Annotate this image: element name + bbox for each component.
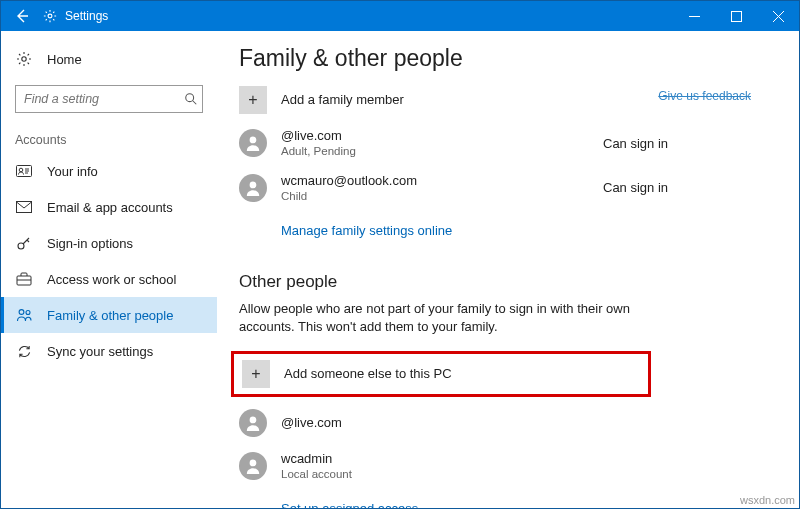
svg-point-0 [48,14,52,18]
other-sub: Local account [281,467,763,481]
feedback-link[interactable]: Give us feedback [658,89,751,103]
other-user[interactable]: @live.com [239,409,763,437]
svg-point-2 [22,57,26,61]
search-field[interactable] [22,91,184,107]
avatar-icon [239,452,267,480]
avatar-icon [239,174,267,202]
other-people-desc: Allow people who are not part of your fa… [239,300,669,336]
svg-rect-6 [17,202,32,213]
other-user[interactable]: wcadmin Local account [239,451,763,482]
svg-point-11 [250,137,257,144]
page-title: Family & other people [239,45,763,72]
id-card-icon [15,165,33,177]
body: Home Accounts Your info [1,31,799,508]
assigned-access-link[interactable]: Set up assigned access [281,501,418,508]
family-member[interactable]: @live.com Adult, Pending Can sign in [239,128,763,159]
gear-icon [15,51,33,67]
member-name: @live.com [281,128,603,144]
member-sub: Child [281,189,603,203]
manage-family-link[interactable]: Manage family settings online [281,223,452,238]
nav-label: Sign-in options [47,236,133,251]
svg-point-12 [250,182,257,189]
plus-icon: + [239,86,267,114]
other-name: wcadmin [281,451,763,467]
member-status: Can sign in [603,180,763,195]
left-nav: Home Accounts Your info [1,31,217,508]
other-people-heading: Other people [239,272,763,292]
svg-point-5 [19,168,23,172]
nav-family[interactable]: Family & other people [1,297,217,333]
svg-point-9 [19,310,24,315]
avatar-icon [239,129,267,157]
add-other-button[interactable]: + Add someone else to this PC [242,360,640,388]
svg-rect-1 [731,11,741,21]
svg-point-3 [186,94,194,102]
nav-email[interactable]: Email & app accounts [1,189,217,225]
other-name: @live.com [281,415,763,431]
people-icon [15,308,33,322]
add-other-label: Add someone else to this PC [284,366,640,382]
settings-window: Settings Home Accounts [0,0,800,509]
maximize-button[interactable] [715,1,757,31]
nav-your-info[interactable]: Your info [1,153,217,189]
settings-icon [43,9,57,23]
key-icon [15,235,33,251]
search-input[interactable] [15,85,203,113]
content: Give us feedback Family & other people +… [217,31,799,508]
nav-work[interactable]: Access work or school [1,261,217,297]
titlebar: Settings [1,1,799,31]
section-label: Accounts [1,125,217,153]
svg-rect-4 [17,166,32,177]
family-member[interactable]: wcmauro@outlook.com Child Can sign in [239,173,763,204]
search-icon [184,92,198,106]
nav-label: Access work or school [47,272,176,287]
sync-icon [15,344,33,359]
member-sub: Adult, Pending [281,144,603,158]
watermark: wsxdn.com [740,494,795,506]
mail-icon [15,201,33,213]
svg-point-13 [250,416,257,423]
svg-point-10 [26,311,30,315]
minimize-button[interactable] [673,1,715,31]
svg-point-14 [250,460,257,467]
home-label: Home [47,52,82,67]
member-name: wcmauro@outlook.com [281,173,603,189]
member-status: Can sign in [603,136,763,151]
nav-label: Email & app accounts [47,200,173,215]
nav-label: Your info [47,164,98,179]
nav-signin[interactable]: Sign-in options [1,225,217,261]
avatar-icon [239,409,267,437]
back-button[interactable] [1,1,43,31]
highlight-box: + Add someone else to this PC [231,351,651,397]
home-button[interactable]: Home [1,41,217,77]
window-title: Settings [65,9,108,23]
nav-label: Family & other people [47,308,173,323]
briefcase-icon [15,272,33,286]
close-button[interactable] [757,1,799,31]
plus-icon: + [242,360,270,388]
nav-sync[interactable]: Sync your settings [1,333,217,369]
nav-label: Sync your settings [47,344,153,359]
